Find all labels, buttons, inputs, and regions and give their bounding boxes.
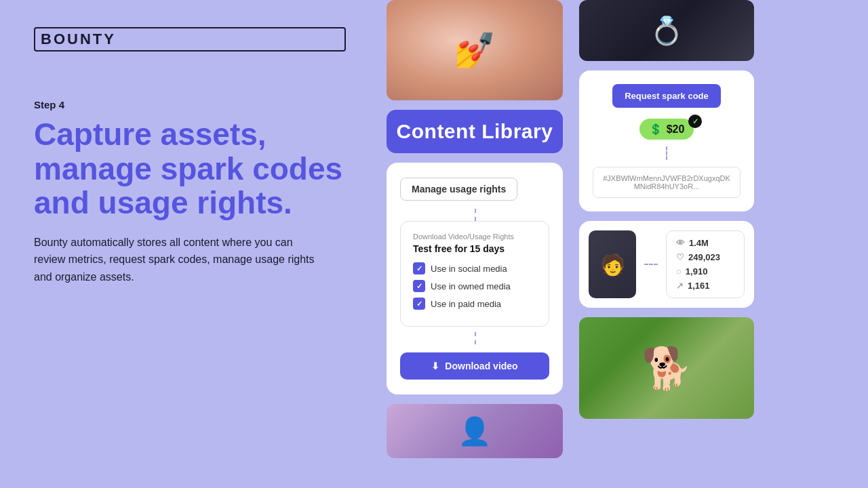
check-icon-paid [413, 298, 425, 310]
comments-stat: ○ 1,910 [676, 266, 734, 277]
request-spark-code-button[interactable]: Request spark code [612, 84, 721, 108]
share-icon: ↗ [676, 281, 684, 291]
ring-image [579, 0, 754, 61]
comment-icon: ○ [676, 266, 682, 277]
download-icon: ⬇ [431, 361, 439, 371]
right-column: Request spark code 💲 $20 ✓ #JXBWlWmMennJ… [570, 0, 760, 488]
content-library-button[interactable]: Content Library [387, 110, 563, 153]
spark-code-card: Request spark code 💲 $20 ✓ #JXBWlWmMennJ… [579, 70, 754, 211]
left-panel: BOUNTY Step 4 Capture assets, manage spa… [0, 0, 380, 488]
dollar-icon: 💲 [649, 123, 663, 136]
heart-icon: ♡ [676, 252, 684, 262]
manage-card: Manage usage rights Download Video/Usage… [387, 163, 563, 394]
person-bottom-image [387, 404, 563, 458]
dollar-amount: $20 [667, 123, 685, 136]
shares-value: 1,161 [688, 281, 710, 291]
logo-text: BOUNTY [41, 30, 116, 48]
check-item-owned: Use in owned media [413, 280, 536, 292]
manage-usage-rights-button[interactable]: Manage usage rights [400, 178, 517, 201]
check-label-paid: Use in paid media [431, 299, 501, 309]
check-icon-social [413, 262, 425, 274]
dog-image [579, 317, 754, 419]
check-icon-owned [413, 280, 425, 292]
shares-stat: ↗ 1,161 [676, 281, 734, 291]
comments-value: 1,910 [686, 266, 708, 277]
dashed-connector-top [475, 209, 476, 221]
dollar-amount-badge: 💲 $20 ✓ [639, 119, 694, 140]
views-value: 1.4M [689, 238, 709, 248]
check-label-owned: Use in owned media [431, 281, 511, 291]
nails-image [387, 0, 563, 100]
stats-card: 👁 1.4M ♡ 249,023 ○ 1,910 ↗ 1,161 [579, 221, 754, 308]
likes-value: 249,023 [688, 252, 720, 262]
download-video-button[interactable]: ⬇ Download video [400, 352, 549, 380]
creator-image [589, 230, 636, 298]
verified-badge: ✓ [688, 115, 702, 128]
download-popup: Download Video/Usage Rights Test free fo… [400, 221, 549, 327]
popup-title: Test free for 15 days [413, 243, 536, 254]
likes-stat: ♡ 249,023 [676, 252, 734, 262]
description-text: Bounty automatically stores all content … [34, 234, 319, 286]
step-label: Step 4 [34, 99, 346, 110]
right-area: Content Library Manage usage rights Down… [380, 0, 868, 488]
center-column: Content Library Manage usage rights Down… [380, 0, 570, 488]
stats-numbers: 👁 1.4M ♡ 249,023 ○ 1,910 ↗ 1,161 [666, 230, 745, 298]
eye-icon: 👁 [676, 238, 685, 248]
main-heading: Capture assets, manage spark codes and u… [34, 117, 346, 220]
stats-dashed-line [644, 264, 658, 265]
content-library-label: Content Library [397, 120, 553, 143]
popup-label: Download Video/Usage Rights [413, 232, 536, 241]
spark-code-box: #JXBWlWmMennJVWFB2rDXugxqDKMNidR84hUY3oR… [593, 167, 741, 198]
logo: BOUNTY [34, 27, 346, 52]
dashed-connector-bottom [475, 332, 476, 344]
views-stat: 👁 1.4M [676, 238, 734, 248]
check-label-social: Use in social media [431, 264, 507, 274]
download-btn-label: Download video [445, 361, 517, 371]
check-item-paid: Use in paid media [413, 298, 536, 310]
spark-dashed-line [666, 146, 667, 160]
check-item-social: Use in social media [413, 262, 536, 274]
